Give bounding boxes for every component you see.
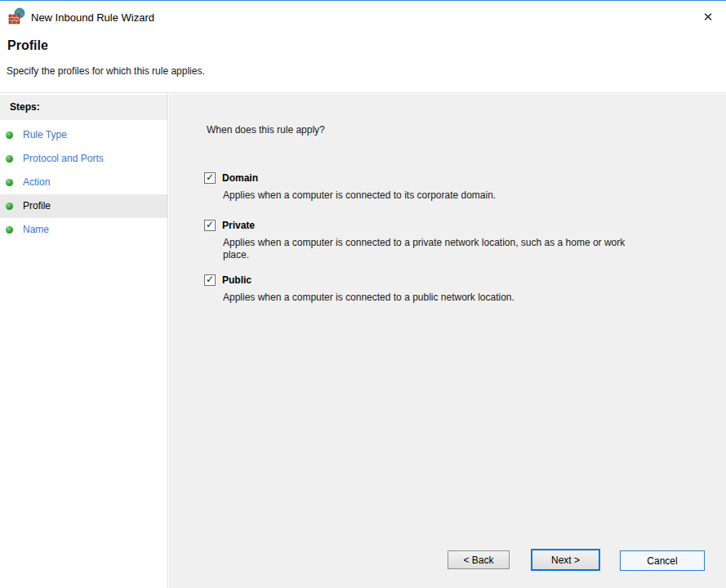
step-label: Name — [23, 224, 49, 235]
step-bullet-icon — [6, 179, 13, 186]
step-label: Action — [23, 176, 50, 188]
page-title: Profile — [7, 38, 48, 53]
step-label: Profile — [23, 200, 51, 212]
title-bar: New Inbound Rule Wizard ✕ — [0, 2, 726, 33]
page-subtitle: Specify the profiles for which this rule… — [7, 65, 205, 77]
sidebar-item-name[interactable]: Name — [0, 218, 167, 242]
back-button[interactable]: < Back — [448, 550, 510, 569]
private-checkbox[interactable] — [204, 220, 216, 231]
private-description: Applies when a computer is connected to … — [223, 237, 648, 261]
public-checkbox-label[interactable]: Public — [222, 274, 252, 286]
private-checkbox-label[interactable]: Private — [222, 220, 255, 231]
domain-checkbox-label[interactable]: Domain — [222, 172, 258, 184]
steps-list: Rule Type Protocol and Ports Action Prof… — [0, 123, 167, 242]
steps-heading: Steps: — [0, 95, 167, 120]
step-label: Rule Type — [23, 129, 67, 140]
domain-checkbox[interactable] — [204, 172, 216, 184]
step-bullet-icon — [6, 155, 13, 163]
next-button[interactable]: Next > — [531, 549, 600, 571]
profile-option-public: Public Applies when a computer is connec… — [204, 274, 514, 304]
domain-description: Applies when a computer is connected to … — [223, 189, 496, 202]
sidebar-item-rule-type[interactable]: Rule Type — [0, 123, 167, 147]
profile-option-private: Private Applies when a computer is conne… — [204, 220, 648, 261]
profile-option-domain: Domain Applies when a computer is connec… — [204, 172, 496, 202]
step-bullet-icon — [6, 226, 13, 234]
public-description: Applies when a computer is connected to … — [223, 292, 514, 304]
question-text: When does this rule apply? — [207, 124, 325, 136]
firewall-icon — [8, 7, 26, 25]
close-button[interactable]: ✕ — [697, 7, 719, 28]
main-pane: When does this rule apply? Domain Applie… — [169, 93, 726, 588]
sidebar-item-profile[interactable]: Profile — [0, 194, 167, 218]
step-label: Protocol and Ports — [23, 153, 104, 164]
steps-sidebar: Steps: Rule Type Protocol and Ports Acti… — [0, 93, 168, 588]
step-bullet-icon — [6, 131, 13, 139]
sidebar-item-action[interactable]: Action — [0, 171, 167, 194]
sidebar-item-protocol-and-ports[interactable]: Protocol and Ports — [0, 147, 167, 171]
step-bullet-icon — [6, 203, 13, 210]
cancel-button[interactable]: Cancel — [620, 550, 705, 571]
public-checkbox[interactable] — [204, 274, 216, 286]
wizard-window: New Inbound Rule Wizard ✕ Profile Specif… — [0, 0, 726, 588]
window-title: New Inbound Rule Wizard — [31, 11, 154, 24]
